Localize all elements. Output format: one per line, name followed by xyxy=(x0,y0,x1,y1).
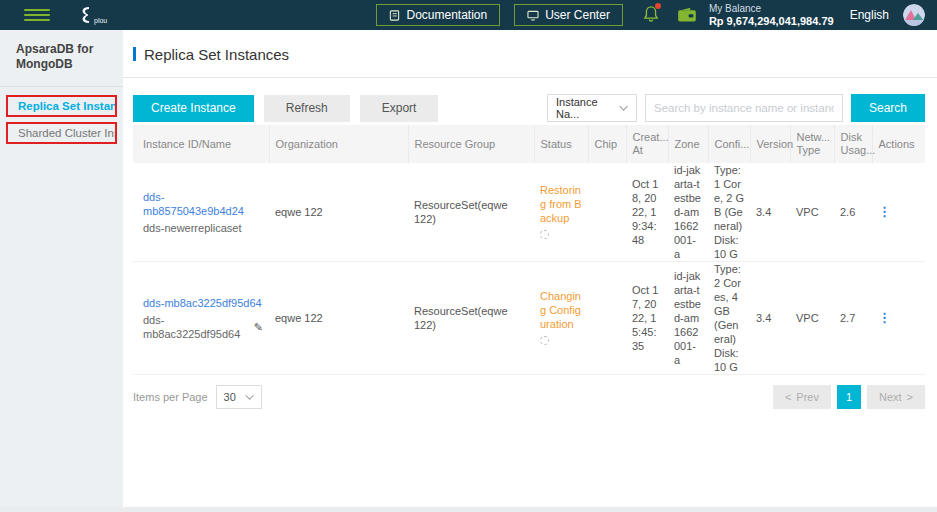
table-header-row: Instance ID/Name Organization Resource G… xyxy=(133,125,925,163)
wallet-icon[interactable] xyxy=(677,7,697,23)
documentation-label: Documentation xyxy=(406,8,487,22)
instance-link[interactable]: dds-mb8ac3225df95d64 xyxy=(143,296,263,310)
main-content: Replica Set Instances Create Instance Re… xyxy=(123,30,937,512)
sidebar: ApsaraDB for MongoDB Replica Set Instanc… xyxy=(0,30,123,512)
cell-actions: ⋮ xyxy=(872,262,925,375)
cell-version: 3.4 xyxy=(750,163,790,262)
search-field-dropdown[interactable]: Instance Na... xyxy=(547,94,637,122)
horizontal-scrollbar-track[interactable] xyxy=(0,507,937,512)
chevron-down-icon xyxy=(245,391,253,399)
prev-page-button[interactable]: <Prev xyxy=(773,385,831,409)
table-row: dds-mb8ac3225df95d64 dds-mb8ac3225df95d6… xyxy=(133,262,925,375)
header-divider xyxy=(123,77,937,78)
next-page-button[interactable]: Next> xyxy=(867,385,925,409)
sidebar-nav: Replica Set Instances Sharded Cluster In… xyxy=(0,87,123,157)
hamburger-menu-icon[interactable] xyxy=(24,9,50,21)
balance-value: Rp 9,674,294,041,984.79 xyxy=(709,15,834,27)
col-header-zone: Zone xyxy=(668,125,708,163)
col-header-resource-group: Resource Group xyxy=(408,125,534,163)
cell-resource-group: ResourceSet(eqwe 122) xyxy=(408,262,534,375)
cell-actions: ⋮ xyxy=(872,163,925,262)
page-title: Replica Set Instances xyxy=(144,46,289,63)
chevron-right-icon: > xyxy=(907,391,913,403)
sidebar-item-label: Sharded Cluster Inst... xyxy=(18,127,117,139)
user-center-label: User Center xyxy=(545,8,610,22)
cell-zone: id-jakarta-testbed-am1662001-a xyxy=(668,262,708,375)
config-type: Type: 2 Cores, 4 GB (General) xyxy=(714,262,744,346)
refresh-button[interactable]: Refresh xyxy=(264,95,350,122)
items-per-page-value: 30 xyxy=(224,391,236,403)
items-per-page-label: Items per Page xyxy=(133,391,208,403)
cell-zone: id-jakarta-testbed-am1662001-a xyxy=(668,163,708,262)
pagination: Items per Page 30 <Prev 1 Next> xyxy=(133,384,925,410)
instances-table: Instance ID/Name Organization Resource G… xyxy=(133,125,925,375)
document-icon xyxy=(389,10,400,21)
chevron-left-icon: < xyxy=(785,391,791,403)
documentation-button[interactable]: Documentation xyxy=(376,4,500,26)
create-instance-button[interactable]: Create Instance xyxy=(133,95,254,122)
status-text: Restoring from Backup xyxy=(540,183,582,225)
col-header-actions: Actions xyxy=(872,125,925,163)
loading-spinner-icon xyxy=(540,336,549,345)
avatar[interactable] xyxy=(903,4,925,26)
col-header-configuration: Confi... xyxy=(708,125,750,163)
actions-menu-icon[interactable]: ⋮ xyxy=(878,204,891,219)
search-input[interactable] xyxy=(645,94,843,122)
cell-status: Changing Configuration xyxy=(534,262,588,375)
table-row: dds-mb8575043e9b4d24 dds-newerreplicaset… xyxy=(133,163,925,262)
cell-disk-usage: 2.6 xyxy=(834,163,872,262)
search-button[interactable]: Search xyxy=(851,94,925,122)
cell-resource-group: ResourceSet(eqwe 122) xyxy=(408,163,534,262)
cell-created-at: Oct 18, 2022, 19:34:48 xyxy=(626,163,668,262)
cell-network-type: VPC xyxy=(790,163,834,262)
cell-chip xyxy=(588,163,626,262)
col-header-created-at: Creat... At xyxy=(626,125,668,163)
config-disk: Disk: 10 G xyxy=(714,346,744,374)
edit-name-icon[interactable]: ✎ xyxy=(254,320,263,334)
page-header: Replica Set Instances xyxy=(133,44,925,64)
search-field-value: Instance Na... xyxy=(556,96,622,120)
col-header-instance-id: Instance ID/Name xyxy=(133,125,269,163)
cell-status: Restoring from Backup xyxy=(534,163,588,262)
cell-version: 3.4 xyxy=(750,262,790,375)
col-header-status: Status xyxy=(534,125,588,163)
page-number-button[interactable]: 1 xyxy=(837,385,861,409)
sidebar-item-sharded-cluster-instances[interactable]: Sharded Cluster Inst... xyxy=(6,122,117,144)
language-selector[interactable]: English xyxy=(850,8,889,22)
title-accent-bar xyxy=(133,47,136,61)
col-header-disk-usage: Disk Usag... xyxy=(834,125,872,163)
cell-configuration: Type: 2 Cores, 4 GB (General) Disk: 10 G xyxy=(708,262,750,375)
cell-organization: eqwe 122 xyxy=(269,262,408,375)
balance-label: My Balance xyxy=(709,3,834,15)
actions-menu-icon[interactable]: ⋮ xyxy=(878,310,891,325)
col-header-version: Version xyxy=(750,125,790,163)
export-button[interactable]: Export xyxy=(360,95,439,122)
topbar: plou Documentation User Center My Balanc… xyxy=(0,0,937,30)
logo-glyph-icon xyxy=(78,6,92,24)
instance-name: dds-mb8ac3225df95d64 xyxy=(143,313,250,341)
items-per-page-select[interactable]: 30 xyxy=(216,385,262,409)
config-type: Type: 1 Core, 2 GB (General) xyxy=(714,163,744,233)
sidebar-item-replica-set-instances[interactable]: Replica Set Instances xyxy=(6,95,117,117)
col-header-network-type: Netw... Type xyxy=(790,125,834,163)
sidebar-item-label: Replica Set Instances xyxy=(18,100,117,112)
cell-created-at: Oct 17, 2022, 15:45:35 xyxy=(626,262,668,375)
status-text: Changing Configuration xyxy=(540,289,582,331)
instance-name: dds-newerreplicaset xyxy=(143,221,241,235)
config-disk: Disk: 10 G xyxy=(714,233,744,261)
app-logo: plou xyxy=(78,6,107,24)
notification-badge xyxy=(655,3,661,9)
sidebar-title: ApsaraDB for MongoDB xyxy=(0,30,123,87)
cell-organization: eqwe 122 xyxy=(269,163,408,262)
instance-link[interactable]: dds-mb8575043e9b4d24 xyxy=(143,190,263,218)
col-header-chip: Chip xyxy=(588,125,626,163)
cell-network-type: VPC xyxy=(790,262,834,375)
toolbar: Create Instance Refresh Export Instance … xyxy=(133,94,925,122)
user-center-icon xyxy=(527,10,539,21)
user-center-button[interactable]: User Center xyxy=(514,4,623,26)
cell-disk-usage: 2.7 xyxy=(834,262,872,375)
loading-spinner-icon xyxy=(540,230,549,239)
notification-bell-icon[interactable] xyxy=(643,5,659,26)
cell-chip xyxy=(588,262,626,375)
balance-display: My Balance Rp 9,674,294,041,984.79 xyxy=(709,3,834,27)
